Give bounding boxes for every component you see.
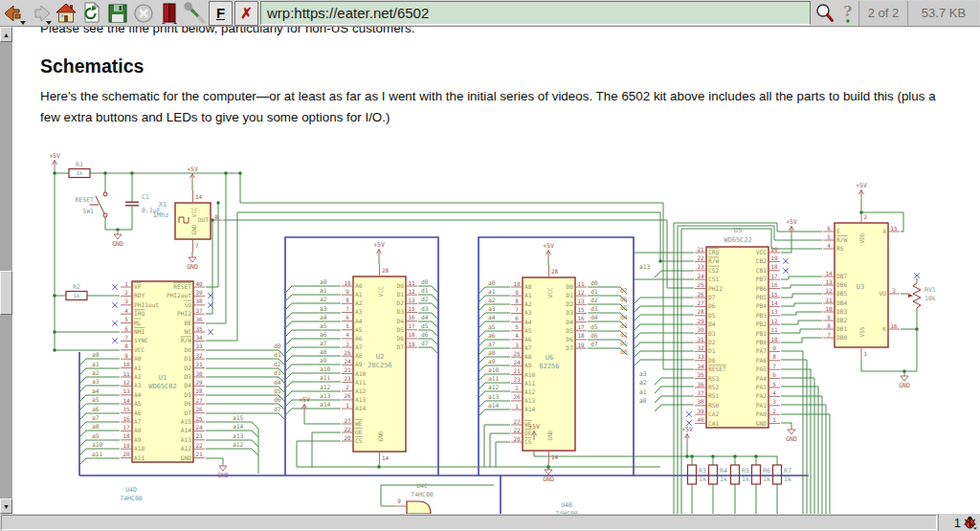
svg-text:d3: d3 <box>274 369 281 376</box>
svg-text:D0: D0 <box>185 346 192 353</box>
svg-text:A6: A6 <box>134 409 142 416</box>
svg-text:A10: A10 <box>355 370 366 377</box>
tools-button[interactable] <box>182 1 208 26</box>
svg-text:d5: d5 <box>620 304 628 311</box>
svg-text:3: 3 <box>124 298 128 304</box>
svg-text:IRQ: IRQ <box>134 310 145 317</box>
svg-text:6: 6 <box>827 225 831 232</box>
svg-text:CA1: CA1 <box>708 420 719 427</box>
scroll-down-button[interactable]: ▼ <box>0 498 12 514</box>
svg-text:27: 27 <box>344 417 351 424</box>
forward-dropdown-arrow <box>46 21 52 25</box>
svg-text:12: 12 <box>122 379 130 386</box>
svg-text:a6: a6 <box>92 406 100 412</box>
svg-text:2: 2 <box>124 289 128 296</box>
search-button[interactable] <box>812 1 837 26</box>
svg-text:A11: A11 <box>524 380 535 387</box>
svg-text:a11: a11 <box>92 451 103 457</box>
svg-text:14: 14 <box>770 299 778 306</box>
svg-text:D7: D7 <box>567 344 574 351</box>
svg-text:PA7: PA7 <box>756 347 767 354</box>
svg-text:38: 38 <box>697 398 704 405</box>
svg-text:13: 13 <box>825 278 833 285</box>
svg-text:7: 7 <box>124 334 128 341</box>
svg-text:VO: VO <box>880 290 887 297</box>
svg-text:9: 9 <box>772 344 776 351</box>
svg-text:ML: ML <box>134 320 142 326</box>
svg-text:5: 5 <box>345 322 349 329</box>
page-size-label: 53.7 KB <box>922 6 966 20</box>
svg-text:28: 28 <box>697 308 704 315</box>
svg-text:9: 9 <box>515 289 519 296</box>
svg-text:a0: a0 <box>488 279 496 286</box>
save-button[interactable] <box>104 1 130 26</box>
svg-text:8: 8 <box>345 297 349 303</box>
svg-text:D2: D2 <box>185 365 192 371</box>
svg-text:A4: A4 <box>524 319 532 325</box>
svg-text:d7: d7 <box>590 341 598 347</box>
url-input[interactable] <box>261 5 810 21</box>
svg-text:a7: a7 <box>92 414 100 421</box>
svg-text:32: 32 <box>195 352 203 359</box>
scrollbar-thumb[interactable] <box>0 271 12 315</box>
svg-text:d0: d0 <box>590 279 598 286</box>
svg-text:17: 17 <box>770 273 778 279</box>
svg-text:A1: A1 <box>355 291 363 298</box>
svg-text:12: 12 <box>577 289 585 296</box>
svg-text:A9: A9 <box>524 362 532 368</box>
svg-text:12: 12 <box>770 318 778 324</box>
svg-text:1: 1 <box>345 402 349 409</box>
svg-text:A10: A10 <box>134 445 145 452</box>
svg-text:34: 34 <box>697 363 704 369</box>
full-screen-button[interactable]: F <box>209 1 233 26</box>
help-button[interactable]: ? <box>837 1 858 26</box>
svg-text:11: 11 <box>825 297 833 303</box>
svg-text:1k: 1k <box>742 476 749 483</box>
svg-text:21: 21 <box>697 246 704 253</box>
svg-text:d3: d3 <box>620 322 628 329</box>
svg-text:d5: d5 <box>590 323 598 330</box>
svg-text:74HC00: 74HC00 <box>120 495 143 502</box>
home-button[interactable] <box>53 1 78 26</box>
svg-text:VCC: VCC <box>190 207 197 217</box>
svg-text:D0: D0 <box>397 282 405 289</box>
reload-button[interactable] <box>78 1 104 26</box>
svg-text:D6: D6 <box>397 335 405 342</box>
svg-text:d2: d2 <box>274 361 281 367</box>
scroll-up-button[interactable]: ▲ <box>0 27 12 42</box>
svg-text:8: 8 <box>772 353 776 360</box>
bookmarks-button[interactable] <box>156 1 182 26</box>
svg-text:GND: GND <box>217 472 229 479</box>
svg-text:CS: CS <box>355 437 363 444</box>
svg-text:1k: 1k <box>77 170 83 176</box>
svg-text:13: 13 <box>577 298 585 304</box>
svg-text:4: 4 <box>515 332 519 339</box>
svg-text:7: 7 <box>827 331 831 338</box>
svg-text:+5V: +5V <box>856 182 867 189</box>
svg-text:+5V: +5V <box>786 218 797 226</box>
svg-text:11: 11 <box>122 370 130 377</box>
close-panel-button[interactable]: ✗ <box>234 1 258 26</box>
stop-button[interactable] <box>130 1 156 26</box>
bug-count: 1 <box>954 516 961 530</box>
help-icon: ? <box>838 2 858 25</box>
svg-text:U4D: U4D <box>125 486 137 494</box>
svg-text:A10: A10 <box>524 371 535 378</box>
svg-text:20: 20 <box>513 435 521 442</box>
svg-text:a2: a2 <box>639 379 647 386</box>
svg-text:d6: d6 <box>620 296 628 302</box>
svg-text:U1: U1 <box>159 374 167 382</box>
svg-text:VCC: VCC <box>134 346 145 353</box>
back-button[interactable] <box>1 1 27 26</box>
svg-text:+5V: +5V <box>373 241 385 249</box>
vertical-scrollbar[interactable]: ▲ ▼ <box>0 27 12 514</box>
forward-button[interactable] <box>27 1 53 26</box>
svg-text:12: 12 <box>825 287 833 294</box>
svg-text:A3: A3 <box>134 382 142 388</box>
svg-text:OUT: OUT <box>198 216 209 223</box>
bug-meter[interactable]: 1 <box>938 514 980 531</box>
svg-text:4: 4 <box>345 331 349 338</box>
svg-text:PB1: PB1 <box>756 330 767 337</box>
svg-text:0.1µF: 0.1µF <box>142 207 161 214</box>
svg-text:a4: a4 <box>320 314 327 321</box>
